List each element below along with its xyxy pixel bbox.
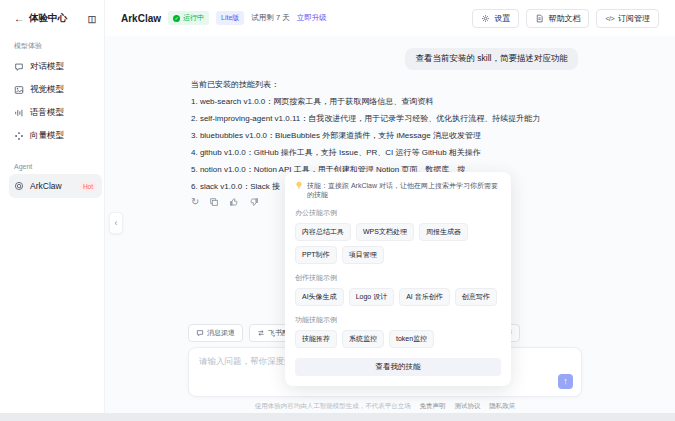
status-badge: ✓ 运行中 <box>168 11 209 25</box>
image-icon <box>14 85 24 95</box>
chat-area: 查看当前安装的 skill，简要描述对应功能 当前已安装的技能列表： 1. we… <box>105 36 675 413</box>
chat-bubble-icon <box>196 329 204 337</box>
header: ArkClaw ✓ 运行中 Lite版 试用剩 7 天 立即升级 设置 帮助文档… <box>105 0 675 36</box>
sidebar-item-vision-model[interactable]: 视觉模型 <box>14 78 96 101</box>
assistant-line: 当前已安装的技能列表： <box>191 76 540 93</box>
message-channels-chip[interactable]: 消息渠道 <box>188 324 243 342</box>
sidebar-item-label: 对话模型 <box>30 61 64 73</box>
privacy-policy-link[interactable]: 隐私政策 <box>489 402 515 409</box>
settings-label: 设置 <box>494 13 510 24</box>
back-arrow-icon[interactable]: ← <box>14 13 24 24</box>
window-bottom-strip <box>0 413 675 421</box>
skill-chip[interactable]: token监控 <box>389 330 434 348</box>
sidebar-item-label: ArkClaw <box>30 181 62 191</box>
sidebar-title: 体验中心 <box>29 12 67 25</box>
skill-chip[interactable]: WPS文档处理 <box>356 223 414 241</box>
document-icon <box>535 14 544 23</box>
sidebar: ← 体验中心 ◫ 模型体验 对话模型 视觉模型 语音模型 向量模型 Agent … <box>0 0 105 413</box>
page-title: ArkClaw <box>121 13 161 24</box>
skill-chip[interactable]: PPT制作 <box>295 246 337 264</box>
chat-bubble-icon <box>14 62 24 72</box>
sidebar-item-label: 向量模型 <box>30 130 64 142</box>
user-message-bubble: 查看当前安装的 skill，简要描述对应功能 <box>405 48 578 70</box>
skill-chip[interactable]: 技能推荐 <box>295 330 337 348</box>
function-chip-row: 技能推荐 系统监控 token监控 <box>295 330 501 348</box>
thumbs-up-icon[interactable] <box>229 197 239 207</box>
sidebar-item-chat-model[interactable]: 对话模型 <box>14 55 96 78</box>
upgrade-link[interactable]: 立即升级 <box>297 13 327 23</box>
chip-label: 消息渠道 <box>207 328 235 338</box>
popup-section-function: 功能技能示例 <box>295 315 501 325</box>
gear-icon <box>481 14 490 23</box>
skill-chip[interactable]: 创意写作 <box>455 288 497 306</box>
help-docs-label: 帮助文档 <box>548 13 580 24</box>
swap-arrows-icon <box>257 329 265 337</box>
assistant-line: 2. self-improving-agent v1.0.11：自我改进代理，用… <box>191 110 540 127</box>
skill-chip[interactable]: AI头像生成 <box>295 288 344 306</box>
subscription-label: 订阅管理 <box>618 13 650 24</box>
send-button[interactable]: ↑ <box>558 374 573 389</box>
audio-wave-icon <box>14 108 24 118</box>
skill-chip[interactable]: 内容总结工具 <box>295 223 351 241</box>
assistant-line: 4. github v1.0.0：GitHub 操作工具，支持 Issue、PR… <box>191 144 540 161</box>
hot-badge: Hot <box>79 182 97 191</box>
lightbulb-icon <box>295 181 303 190</box>
footer: 使用体验内容均由人工智能模型生成，不代表平台立场 免责声明 测试协议 隐私政策 <box>188 402 582 411</box>
sidebar-item-vector-model[interactable]: 向量模型 <box>14 124 96 147</box>
collapse-panel-icon[interactable]: ◫ <box>87 14 96 24</box>
popup-section-office: 办公技能示例 <box>295 208 501 218</box>
test-agreement-link[interactable]: 测试协议 <box>454 402 480 409</box>
message-actions: ↻ <box>191 196 259 207</box>
view-my-skills-button[interactable]: 查看我的技能 <box>295 358 501 376</box>
disclaimer-link[interactable]: 免责声明 <box>420 402 446 409</box>
sidebar-section-agent: Agent <box>14 163 96 170</box>
popup-tip-row: 技能：直接跟 ArkClaw 对话，让他在网上搜索并学习你所需要的技能 <box>295 181 501 199</box>
check-icon: ✓ <box>173 15 180 22</box>
sidebar-item-label: 语音模型 <box>30 107 64 119</box>
popup-tip-text: 技能：直接跟 ArkClaw 对话，让他在网上搜索并学习你所需要的技能 <box>307 181 501 199</box>
skill-chip[interactable]: 系统监控 <box>342 330 384 348</box>
sidebar-item-speech-model[interactable]: 语音模型 <box>14 101 96 124</box>
status-label: 运行中 <box>183 13 204 23</box>
panel-collapse-handle[interactable]: ‹ <box>109 212 123 234</box>
trial-remaining-text: 试用剩 7 天 <box>251 13 289 23</box>
creative-chip-row: AI头像生成 Logo 设计 AI 音乐创作 创意写作 <box>295 288 501 306</box>
skill-chip[interactable]: 项目管理 <box>342 246 384 264</box>
skill-chip[interactable]: AI 音乐创作 <box>399 288 450 306</box>
disclaimer-text: 使用体验内容均由人工智能模型生成，不代表平台立场 <box>255 402 411 409</box>
assistant-line: 1. web-search v1.0.0：网页搜索工具，用于获取网络信息、查询资… <box>191 93 540 110</box>
assistant-line: 3. bluebubbles v1.0.0：BlueBubbles 外部渠道插件… <box>191 127 540 144</box>
settings-button[interactable]: 设置 <box>472 9 519 28</box>
skill-chip[interactable]: Logo 设计 <box>349 288 395 306</box>
arkclaw-logo-icon <box>14 181 24 191</box>
regenerate-icon[interactable]: ↻ <box>191 196 199 207</box>
plan-badge: Lite版 <box>216 11 244 25</box>
sidebar-item-arkclaw[interactable]: ArkClaw Hot <box>9 174 102 198</box>
skills-popup: 技能：直接跟 ArkClaw 对话，让他在网上搜索并学习你所需要的技能 办公技能… <box>285 172 511 386</box>
sidebar-item-label: 视觉模型 <box>30 84 64 96</box>
popup-section-creative: 创作技能示例 <box>295 273 501 283</box>
thumbs-down-icon[interactable] <box>249 197 259 207</box>
copy-icon[interactable] <box>209 197 219 207</box>
app-window: ← 体验中心 ◫ 模型体验 对话模型 视觉模型 语音模型 向量模型 Agent … <box>0 0 675 421</box>
sidebar-header: ← 体验中心 ◫ <box>14 12 96 25</box>
header-actions: 设置 帮助文档 </> 订阅管理 <box>472 9 659 28</box>
subscription-button[interactable]: </> 订阅管理 <box>596 9 659 28</box>
code-icon: </> <box>605 15 614 22</box>
vector-dots-icon <box>14 131 24 141</box>
help-docs-button[interactable]: 帮助文档 <box>526 9 589 28</box>
office-chip-row: 内容总结工具 WPS文档处理 周报生成器 PPT制作 项目管理 <box>295 223 501 264</box>
chevron-left-icon: ‹ <box>115 218 118 228</box>
sidebar-section-models: 模型体验 <box>14 41 96 51</box>
skill-chip[interactable]: 周报生成器 <box>419 223 468 241</box>
send-arrow-icon: ↑ <box>563 376 568 386</box>
